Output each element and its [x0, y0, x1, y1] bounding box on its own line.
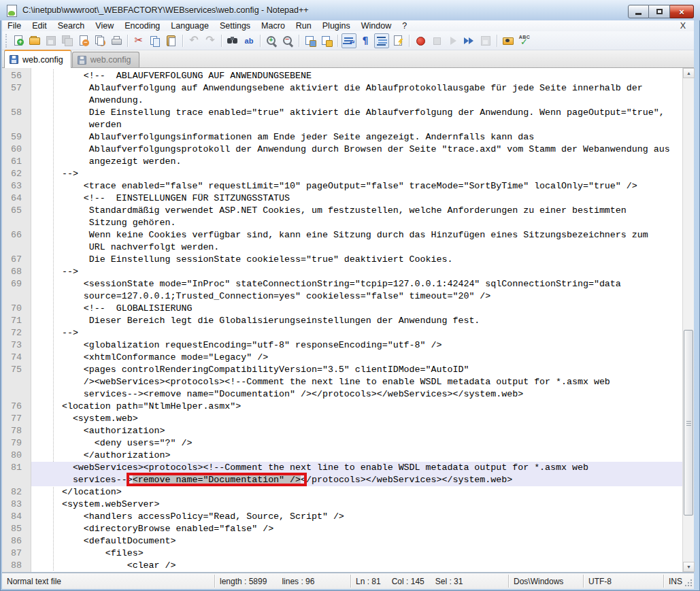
- menu-run[interactable]: Run: [290, 20, 317, 31]
- find-button[interactable]: [225, 33, 240, 48]
- code-line-82: 82 </location>: [2, 486, 682, 499]
- copy-button[interactable]: [148, 33, 163, 48]
- code-line-74: 74 <xhtmlConformance mode="Legacy" />: [2, 352, 682, 364]
- menu-edit[interactable]: Edit: [27, 20, 52, 31]
- function-list-button[interactable]: [390, 33, 405, 48]
- document-monitor-button[interactable]: [501, 33, 516, 48]
- code-text[interactable]: <sessionState mode="InProc" stateConnect…: [31, 278, 682, 290]
- menu-close-document-button[interactable]: X: [678, 20, 688, 31]
- menu-encoding[interactable]: Encoding: [119, 20, 165, 31]
- code-text[interactable]: -->: [31, 327, 682, 339]
- code-text[interactable]: <defaultDocument>: [31, 535, 682, 547]
- play-macro-button[interactable]: [446, 33, 461, 48]
- code-text[interactable]: <globalization requestEncoding="utf-8" r…: [31, 339, 682, 352]
- sync-horizontal-scroll-button[interactable]: [319, 33, 334, 48]
- code-text[interactable]: Ablaufverfolgung auf Anwendungsebene akt…: [31, 82, 682, 95]
- code-text[interactable]: <trace enabled="false" requestLimit="10"…: [31, 180, 682, 192]
- code-text[interactable]: Ablaufverfolgungsinformationen am Ende j…: [31, 131, 682, 143]
- menu-search[interactable]: Search: [52, 20, 90, 31]
- code-text[interactable]: <pages controlRenderingCompatibilityVers…: [31, 364, 682, 376]
- menu-language[interactable]: Language: [165, 20, 214, 31]
- code-text[interactable]: Wenn keine Cookies verfügbar sind, kann …: [31, 229, 682, 241]
- redo-button[interactable]: ↷: [203, 33, 218, 48]
- scroll-down-button[interactable]: ▼: [683, 562, 695, 572]
- menu-window[interactable]: Window: [356, 20, 397, 31]
- new-file-button[interactable]: +: [11, 33, 26, 48]
- code-text[interactable]: services--><remove name="Documentation" …: [31, 388, 682, 401]
- save-all-button[interactable]: [60, 33, 75, 48]
- code-text[interactable]: werden: [31, 119, 682, 131]
- code-text[interactable]: <files>: [31, 547, 682, 560]
- close-all-button[interactable]: −: [93, 33, 107, 48]
- code-text[interactable]: Dieser Bereich legt die Globalisierungse…: [31, 315, 682, 327]
- code-text[interactable]: -->: [31, 266, 682, 278]
- paste-button[interactable]: [164, 33, 179, 48]
- tab-web.config-1[interactable]: web.config: [4, 50, 71, 68]
- line-number: 85: [2, 523, 31, 535]
- save-button[interactable]: [44, 33, 59, 48]
- cut-button[interactable]: ✂: [131, 33, 146, 48]
- selected-text[interactable]: <remove name="Documentation" />: [133, 475, 301, 485]
- code-text[interactable]: <system.webServer>: [31, 499, 682, 511]
- code-text[interactable]: Die Einstellung sessionState cookieless=…: [31, 254, 682, 266]
- menu-help[interactable]: ?: [397, 20, 412, 31]
- code-text[interactable]: /><webServices><protocols><!--Comment th…: [31, 376, 682, 388]
- code-text[interactable]: angezeigt werden.: [31, 156, 682, 168]
- code-text[interactable]: <authorization>: [31, 425, 682, 437]
- code-text[interactable]: source=127.0.0.1;Trusted_Connection=yes"…: [31, 290, 682, 303]
- open-file-button[interactable]: [27, 33, 42, 48]
- code-text[interactable]: <handlers accessPolicy="Read, Source, Sc…: [31, 511, 682, 523]
- code-text[interactable]: Ablaufverfolgungsprotokoll der Anwendung…: [31, 143, 682, 156]
- code-text[interactable]: </location>: [31, 486, 682, 499]
- code-text[interactable]: </authorization>: [31, 450, 682, 462]
- code-text[interactable]: <deny users="?" />: [31, 437, 682, 450]
- code-text[interactable]: <system.web>: [31, 413, 682, 425]
- menu-plugins[interactable]: Plugins: [317, 20, 356, 31]
- sync-vertical-scroll-button[interactable]: [303, 33, 318, 48]
- code-text[interactable]: <xhtmlConformance mode="Legacy" />: [31, 352, 682, 364]
- stop-macro-button[interactable]: [429, 33, 444, 48]
- code-text[interactable]: -->: [31, 168, 682, 180]
- word-wrap-button[interactable]: ↵: [341, 33, 356, 48]
- zoom-in-button[interactable]: +: [264, 33, 279, 48]
- menu-view[interactable]: View: [90, 20, 119, 31]
- zoom-out-button[interactable]: −: [280, 33, 295, 48]
- menu-file[interactable]: File: [2, 20, 27, 31]
- indent-guide-button[interactable]: [374, 33, 389, 48]
- print-button[interactable]: [109, 33, 124, 48]
- line-number: [2, 119, 31, 131]
- code-text[interactable]: <!-- EINSTELLUNGEN FÜR SITZUNGSSTATUS: [31, 192, 682, 205]
- code-area[interactable]: 56 <!-- ABLAUFVERFOLGUNG AUF ANWENDUNGSE…: [2, 68, 682, 572]
- spell-check-button[interactable]: ABC: [517, 33, 532, 48]
- menu-settings[interactable]: Settings: [214, 20, 256, 31]
- scrollbar-thumb[interactable]: [684, 330, 693, 516]
- minimize-button[interactable]: [628, 5, 649, 18]
- code-text[interactable]: Sitzung gehören.: [31, 217, 682, 229]
- show-all-characters-button[interactable]: ¶: [358, 33, 373, 48]
- menu-macro[interactable]: Macro: [256, 20, 290, 31]
- run-macro-multiple-button[interactable]: [462, 33, 477, 48]
- code-text[interactable]: services--><remove name="Documentation" …: [31, 474, 682, 486]
- close-button[interactable]: ×: [670, 5, 694, 18]
- tab-web.config-2[interactable]: web.config: [72, 52, 139, 67]
- code-text[interactable]: <!-- GLOBALISIERUNG: [31, 303, 682, 315]
- code-text[interactable]: <directoryBrowse enabled="false" />: [31, 523, 682, 535]
- replace-button[interactable]: ab: [241, 33, 256, 48]
- code-text[interactable]: Standardmäßig verwendet ASP.NET Cookies,…: [31, 205, 682, 217]
- code-text[interactable]: <clear />: [31, 560, 682, 572]
- code-text[interactable]: <!-- ABLAUFVERFOLGUNG AUF ANWENDUNGSEBEN…: [31, 70, 682, 82]
- document-monitor-icon: [502, 35, 514, 47]
- code-text[interactable]: Die Einstellung trace enabled="true" akt…: [31, 107, 682, 119]
- code-text[interactable]: <location path="NtlmHelper.asmx">: [31, 401, 682, 413]
- vertical-scrollbar[interactable]: ▲ ▼: [682, 68, 694, 572]
- code-line-67: 67 Die Einstellung sessionState cookiele…: [2, 254, 682, 266]
- record-macro-button[interactable]: [413, 33, 428, 48]
- close-file-button[interactable]: −: [76, 33, 91, 48]
- scroll-up-button[interactable]: ▲: [683, 68, 695, 78]
- save-macro-button[interactable]: [478, 33, 493, 48]
- code-text[interactable]: URL nachverfolgt werden.: [31, 241, 682, 254]
- resize-grip[interactable]: [684, 579, 693, 587]
- maximize-button[interactable]: [649, 5, 670, 18]
- undo-button[interactable]: ↶: [186, 33, 201, 48]
- code-text[interactable]: Anwendung.: [31, 95, 682, 107]
